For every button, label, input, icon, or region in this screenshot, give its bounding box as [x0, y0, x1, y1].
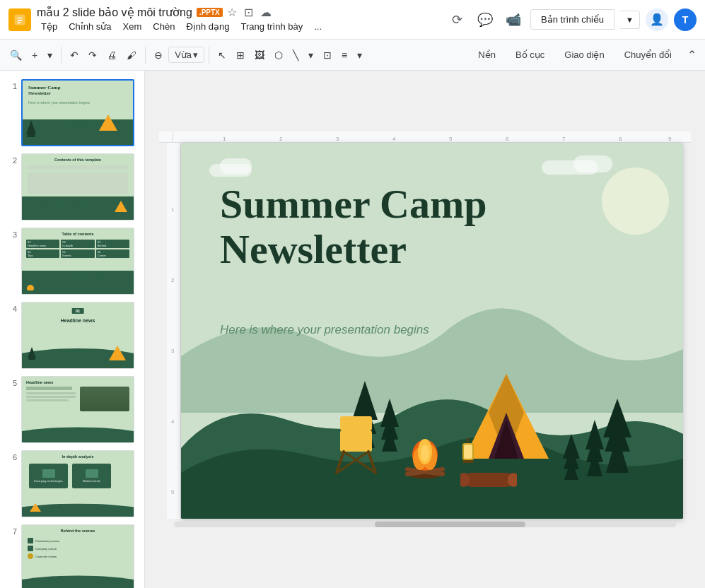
cursor-button[interactable]: ↖ — [214, 47, 231, 64]
slide-item-7[interactable]: 7 Behind the scenes Production process C… — [6, 523, 139, 588]
horizontal-scrollbar[interactable] — [174, 522, 676, 527]
doc-title: mẫu 2 slide bảo vệ môi trường .PPTX ☆ ⊡ … — [37, 6, 440, 19]
theme-button[interactable]: Giao diện — [557, 47, 611, 63]
slide-4-label: Headline news — [61, 318, 95, 323]
doc-title-text[interactable]: mẫu 2 slide bảo vệ môi trường — [37, 6, 192, 19]
align-dropdown[interactable]: ▾ — [353, 47, 366, 64]
slide-6-label: In-depth analysis — [62, 454, 94, 459]
paint-button[interactable]: 🖌 — [122, 47, 141, 64]
canvas-area: 1 2 3 4 5 6 7 8 9 1 2 3 4 5 — [145, 71, 705, 588]
line-button[interactable]: ╲ — [289, 47, 303, 64]
toolbar-separator-3 — [209, 47, 209, 64]
slide-7-label: Behind the scenes — [61, 529, 95, 533]
slide-num-6: 6 — [7, 450, 17, 461]
moon-circle — [602, 167, 669, 235]
slide-item-3[interactable]: 3 Table of contents 01Headline news 02In… — [6, 226, 139, 296]
slide-canvas[interactable]: Summer Camp Newsletter Here is where you… — [181, 143, 683, 519]
menu-bar: Tệp Chỉnh sửa Xem Chèn Định dạng Trang t… — [37, 20, 440, 33]
slide-item-2[interactable]: 2 Contents of this template — [6, 152, 139, 222]
cloud-icon[interactable]: ☁ — [260, 6, 272, 19]
toolbar-separator-1 — [61, 47, 62, 64]
menu-view[interactable]: Xem — [119, 20, 146, 33]
slide-item-1[interactable]: 1 Summer CampNewsletter Here is where yo… — [6, 78, 139, 148]
log — [460, 467, 517, 492]
present-dropdown-button[interactable]: ▼ — [620, 11, 640, 29]
video-button[interactable]: 📹 — [502, 8, 525, 31]
background-button[interactable]: Nền — [471, 47, 503, 63]
canvas-wrapper: 1 2 3 4 5 — [167, 143, 683, 519]
menu-format[interactable]: Định dạng — [182, 20, 233, 33]
svg-marker-15 — [30, 503, 41, 512]
slide-subtitle[interactable]: Here is where your presentation begins — [220, 323, 429, 337]
menu-more[interactable]: ... — [310, 20, 326, 33]
history-button[interactable]: ⟳ — [445, 8, 468, 31]
slide-3-label: Table of contents — [62, 232, 93, 236]
ruler-tick-1: 1 — [223, 136, 226, 142]
zoom-arrow: ▾ — [193, 49, 198, 60]
slide-num-1: 1 — [7, 79, 17, 90]
ruler-tick-6: 6 — [506, 136, 508, 142]
zoom-value: Vừa — [175, 49, 192, 60]
slide-thumb-6: In-depth analysis Emerging technologies … — [21, 450, 134, 517]
title-icons: ☆ ⊡ ☁ — [227, 6, 272, 19]
ruler-tick-9: 9 — [668, 136, 671, 142]
folding-chair — [330, 413, 383, 476]
ruler-corner — [159, 131, 173, 143]
expand-button[interactable]: ⌃ — [684, 45, 699, 64]
slide-1-thumb-sub: Here is where your presentation begins — [28, 100, 90, 105]
svg-marker-2 — [99, 114, 117, 131]
svg-rect-47 — [462, 460, 474, 463]
zoom-in-button[interactable]: + — [28, 47, 42, 64]
slide-num-5: 5 — [7, 376, 17, 387]
menu-insert[interactable]: Chèn — [148, 20, 179, 33]
cloud-4 — [573, 155, 612, 172]
slide-num-4: 4 — [7, 302, 17, 313]
ruler-tick-4: 4 — [392, 136, 395, 142]
line-dropdown[interactable]: ▾ — [304, 47, 317, 64]
zoom-dropdown-field[interactable]: Vừa ▾ — [168, 47, 204, 63]
slide-title[interactable]: Summer Camp Newsletter — [220, 182, 487, 272]
slide-thumb-4: 01 Headline news — [21, 302, 134, 369]
folder-icon[interactable]: ⊡ — [244, 6, 253, 19]
zoom-dropdown[interactable]: ▾ — [43, 47, 57, 64]
slide-thumb-7: Behind the scenes Production process Com… — [21, 524, 134, 588]
ruler-tick-2: 2 — [279, 136, 282, 142]
ruler-vertical: 1 2 3 4 5 — [167, 143, 181, 519]
layout-menu-button[interactable]: Bố cục — [508, 47, 552, 63]
slide-item-6[interactable]: 6 In-depth analysis Emerging technologie… — [6, 449, 139, 519]
shapes-button[interactable]: ⬡ — [270, 47, 287, 64]
menu-edit[interactable]: Chỉnh sửa — [64, 20, 115, 33]
layout-button[interactable]: ⊞ — [232, 47, 249, 64]
slide-5-label: Headline news — [26, 380, 53, 384]
image-button[interactable]: 🖼 — [250, 47, 269, 64]
svg-rect-48 — [340, 430, 372, 452]
add-people-button[interactable]: 👤 — [646, 8, 668, 31]
slide-item-5[interactable]: 5 Headline news — [6, 375, 139, 445]
main-area: 1 Summer CampNewsletter Here is where yo… — [0, 71, 705, 588]
comments-button[interactable]: 💬 — [474, 8, 496, 31]
print-button[interactable]: 🖨 — [103, 47, 121, 64]
ruler-tick-8: 8 — [619, 136, 622, 142]
slide-num-3: 3 — [7, 228, 17, 239]
ruler-horizontal: 1 2 3 4 5 6 7 8 9 — [173, 131, 691, 143]
svg-point-43 — [421, 445, 429, 461]
undo-button[interactable]: ↶ — [66, 47, 83, 64]
zoom-percent-button[interactable]: ⊖ — [150, 47, 167, 64]
slide-panel: 1 Summer CampNewsletter Here is where yo… — [0, 71, 145, 588]
menu-slideshow[interactable]: Trang trình bày — [237, 20, 308, 33]
avatar[interactable]: T — [674, 8, 697, 31]
present-button[interactable]: Bản trình chiếu — [530, 9, 614, 30]
star-icon[interactable]: ☆ — [227, 6, 237, 19]
slide-4-badge: 01 — [72, 308, 84, 314]
search-button[interactable]: 🔍 — [6, 47, 26, 64]
slide-item-4[interactable]: 4 01 Headline news — [6, 300, 139, 370]
app-icon — [8, 8, 31, 31]
transition-button[interactable]: Chuyển đổi — [617, 47, 679, 63]
lantern — [458, 437, 478, 469]
align-button[interactable]: ≡ — [337, 47, 351, 64]
ruler-tick-5: 5 — [449, 136, 452, 142]
textbox-button[interactable]: ⊡ — [319, 47, 336, 64]
redo-button[interactable]: ↷ — [84, 47, 101, 64]
menu-file[interactable]: Tệp — [37, 20, 62, 33]
svg-rect-49 — [340, 416, 372, 430]
